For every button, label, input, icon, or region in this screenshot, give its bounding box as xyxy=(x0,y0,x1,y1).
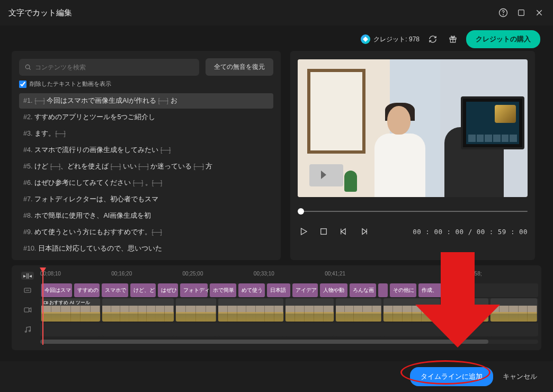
video-clip[interactable] xyxy=(218,298,283,322)
audio-clip[interactable] xyxy=(336,323,381,336)
transcript-row[interactable]: #4.スマホで流行りの画像生成をしてみたい [---] xyxy=(19,142,273,158)
video-clip[interactable] xyxy=(383,298,440,322)
transcript-row[interactable]: #2.すすめのアプリとツールを5つご紹介し xyxy=(19,110,273,125)
text-clip[interactable]: めて使う xyxy=(238,283,265,297)
text-clip[interactable]: 今回はスマ xyxy=(41,283,72,297)
refresh-icon[interactable] xyxy=(426,32,440,46)
transcript-row[interactable]: #3.ます。[---] xyxy=(19,126,273,141)
credits-badge: クレジット: 978 xyxy=(361,34,420,44)
audio-clip[interactable] xyxy=(41,323,100,336)
transcript-row[interactable]: #10.日本語に対応しているので、思いついた xyxy=(19,241,273,255)
text-clip[interactable]: スマホで xyxy=(102,283,128,297)
video-clip[interactable] xyxy=(102,298,173,322)
transcript-row[interactable]: #9.めて使うという方にもおすすめです。[---] xyxy=(19,225,273,240)
text-clip[interactable]: その他に xyxy=(390,283,416,297)
svg-rect-2 xyxy=(519,10,524,16)
video-track[interactable]: おすすめ AI ツール xyxy=(40,298,538,322)
search-box[interactable] xyxy=(19,59,199,76)
svg-rect-8 xyxy=(321,229,327,235)
play-icon[interactable] xyxy=(298,226,309,237)
audio-clip[interactable] xyxy=(490,323,537,336)
add-to-timeline-button[interactable]: タイムラインに追加 xyxy=(410,367,493,386)
video-track-icon xyxy=(15,298,40,322)
audio-track-icon xyxy=(15,323,40,336)
maximize-icon[interactable] xyxy=(516,7,527,18)
gift-icon[interactable] xyxy=(446,32,460,46)
svg-rect-15 xyxy=(24,308,29,312)
audio-clip[interactable] xyxy=(218,323,283,336)
help-icon[interactable] xyxy=(498,7,509,18)
video-clip[interactable] xyxy=(286,298,333,322)
text-clip[interactable]: はぜひ xyxy=(158,283,178,297)
ruler-tick: 00;16;20 xyxy=(111,269,182,282)
svg-marker-7 xyxy=(301,228,307,235)
next-frame-icon[interactable] xyxy=(358,226,370,237)
ruler-tick: 00;33;10 xyxy=(254,269,325,282)
restore-silence-button[interactable]: 全ての無音を復元 xyxy=(206,58,273,76)
transcript-row[interactable]: #7.フォトディレクターは、初心者でもスマ xyxy=(19,192,273,207)
credits-label: クレジット: 978 xyxy=(373,35,420,44)
ruler-tick: 00;08;10 xyxy=(40,269,111,282)
audio-clip[interactable] xyxy=(442,323,488,336)
audio-clip[interactable] xyxy=(383,323,440,336)
timeline-scrollbar[interactable] xyxy=(40,340,538,344)
zoom-fit-button[interactable]: ▸||◂ xyxy=(21,272,33,280)
transcript-row[interactable]: #6.はぜひ参考にしてみてください [---] 。[---] xyxy=(19,175,273,191)
text-clip[interactable]: アイデア xyxy=(292,283,318,297)
playhead[interactable] xyxy=(42,269,43,345)
svg-marker-3 xyxy=(363,37,368,42)
video-clip[interactable] xyxy=(176,298,217,322)
timeline[interactable]: ▸||◂ 00;08;1000;16;2000;25;0000;33;1000;… xyxy=(12,265,541,350)
diamond-icon xyxy=(361,34,370,44)
timeline-scroll-thumb[interactable] xyxy=(40,340,488,344)
text-track-icon xyxy=(15,283,40,297)
text-clip[interactable] xyxy=(378,283,388,297)
prev-frame-icon[interactable] xyxy=(338,226,350,237)
audio-clip[interactable] xyxy=(286,323,333,336)
svg-marker-11 xyxy=(362,229,367,235)
time-display: 00 : 00 : 00 / 00 : 59 : 00 xyxy=(413,228,528,236)
audio-clip[interactable] xyxy=(176,323,217,336)
text-clip[interactable]: フォトディ xyxy=(180,283,208,297)
svg-marker-18 xyxy=(47,301,48,304)
show-deleted-checkbox[interactable]: 削除したテキストと動画を表示 xyxy=(19,80,273,88)
audio-track[interactable] xyxy=(40,323,538,336)
text-clip[interactable]: ろんな画 xyxy=(350,283,376,297)
seek-knob[interactable] xyxy=(298,208,304,215)
transcript-list[interactable]: #1.[---] 今回はスマホで画像生成AIが作れる [---] お#2.すすめ… xyxy=(19,93,273,255)
svg-point-19 xyxy=(25,331,26,333)
show-deleted-input[interactable] xyxy=(19,81,26,88)
video-clip[interactable] xyxy=(442,298,488,322)
text-clip[interactable]: 日本語 xyxy=(267,283,290,297)
svg-point-20 xyxy=(29,330,31,332)
seek-bar[interactable] xyxy=(298,211,528,212)
audio-clip[interactable] xyxy=(102,323,173,336)
svg-point-6 xyxy=(25,65,30,69)
transcript-row[interactable]: #1.[---] 今回はスマホで画像生成AIが作れる [---] お xyxy=(19,93,273,109)
close-icon[interactable] xyxy=(534,7,545,18)
video-clip[interactable]: おすすめ AI ツール xyxy=(41,298,100,322)
ruler-tick: 00;25;00 xyxy=(183,269,254,282)
text-clip[interactable]: けど、ど xyxy=(130,283,156,297)
ruler-tick: 00;41;21 xyxy=(325,269,396,282)
text-track[interactable]: 今回はスマすすめのスマホでけど、どはぜひフォトディホで簡単めて使う日本語アイデア… xyxy=(40,283,538,297)
video-clip[interactable] xyxy=(336,298,381,322)
window-title: 文字でカット編集 xyxy=(8,8,72,18)
video-clip[interactable] xyxy=(490,298,537,322)
show-deleted-label: 削除したテキストと動画を表示 xyxy=(30,80,111,88)
ruler-tick: 00;58; xyxy=(467,269,538,282)
video-preview[interactable] xyxy=(298,59,528,197)
svg-marker-9 xyxy=(342,229,346,235)
text-clip[interactable]: 人物や動 xyxy=(320,283,347,297)
svg-marker-16 xyxy=(29,308,31,312)
transcript-row[interactable]: #8.ホで簡単に使用でき、AI画像生成を初 xyxy=(19,208,273,224)
text-clip[interactable]: すすめの xyxy=(74,283,100,297)
stop-icon[interactable] xyxy=(318,226,329,237)
text-clip[interactable]: 作成、 xyxy=(418,283,442,297)
text-clip[interactable]: ホで簡単 xyxy=(210,283,236,297)
cancel-button[interactable]: キャンセル xyxy=(503,372,537,381)
ruler-tick xyxy=(396,269,467,282)
search-input[interactable] xyxy=(35,64,194,71)
transcript-row[interactable]: #5.けど [---]、どれを使えば [---] いい [---] か迷っている… xyxy=(19,159,273,174)
buy-credits-button[interactable]: クレジットの購入 xyxy=(466,30,540,48)
